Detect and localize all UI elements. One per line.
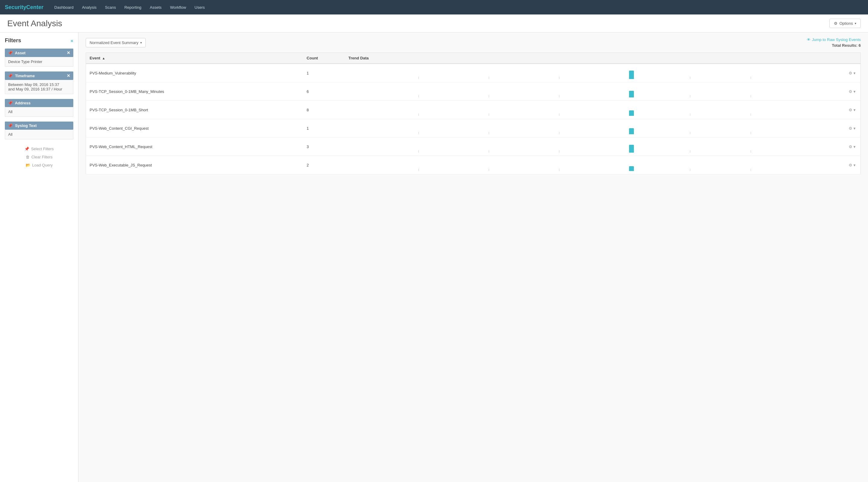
trend-tick [559,114,559,116]
event-name: PVS-Web_Content_HTML_Request [86,137,303,156]
trend-tick [559,95,559,97]
filter-address-value: All [5,107,73,117]
logo-center: Center [26,4,43,10]
event-count: 8 [303,101,345,119]
filter-asset-header: 📌 Asset ✕ [5,49,73,57]
trend-bar [629,166,634,171]
filter-syslog: 📌 Syslog Text All [5,122,73,139]
trend-chart [345,156,820,174]
event-count: 1 [303,64,345,82]
total-results: Total Results: 6 [807,43,861,47]
main-content: Normalized Event Summary ▾ 👁 Jump to Raw… [79,33,868,482]
trend-tick [690,150,690,153]
eye-icon: 👁 [807,37,811,42]
select-filters-link[interactable]: 📌 Select Filters [25,147,54,151]
trend-tick [690,114,690,116]
trend-tick [418,76,419,79]
trend-tick [751,150,751,153]
row-gear-icon[interactable]: ⚙ ▾ [847,70,857,76]
event-name: PVS-TCP_Session_0-1MB_Short [86,101,303,119]
event-count: 1 [303,119,345,137]
row-gear-icon[interactable]: ⚙ ▾ [847,88,857,95]
navigation: SecurityCenter Dashboard Analysis Scans … [0,0,868,14]
table-row: PVS-Web_Executable_JS_Request2⚙ ▾ [86,156,861,174]
event-count: 3 [303,137,345,156]
filter-asset-close[interactable]: ✕ [67,51,70,55]
toolbar-right: 👁 Jump to Raw Syslog Events Total Result… [807,37,861,47]
page-header: Event Analysis ⚙ Options ▾ [0,14,868,33]
event-count: 2 [303,156,345,174]
event-name: PVS-TCP_Session_0-1MB_Many_Minutes [86,82,303,101]
event-name: PVS-Web_Executable_JS_Request [86,156,303,174]
collapse-icon[interactable]: « [71,38,73,43]
trend-bar [629,128,634,134]
filter-address-header: 📌 Address [5,99,73,107]
filter-timeframe: 📌 Timeframe ✕ Between May 09, 2016 15:37… [5,71,73,94]
nav-dashboard[interactable]: Dashboard [51,3,77,11]
main-layout: Filters « 📌 Asset ✕ Device Type Printer … [0,33,868,482]
row-gear-icon[interactable]: ⚙ ▾ [847,162,857,169]
trend-tick [751,95,751,97]
nav-users[interactable]: Users [191,3,209,11]
pin-icon: 📌 [8,51,13,55]
content-toolbar: Normalized Event Summary ▾ 👁 Jump to Raw… [86,37,861,47]
table-header-row: Event ▲ Count Trend Data [86,53,861,64]
column-event[interactable]: Event ▲ [86,53,303,64]
event-name: PVS-Web_Content_CGI_Request [86,119,303,137]
trend-tick [418,95,419,97]
row-actions: ⚙ ▾ [820,156,861,174]
row-gear-icon[interactable]: ⚙ ▾ [847,143,857,150]
trend-tick [559,169,559,171]
row-actions: ⚙ ▾ [820,137,861,156]
row-actions: ⚙ ▾ [820,82,861,101]
trend-bar [629,91,634,97]
trend-chart [345,64,820,82]
trend-chart [345,119,820,137]
options-button[interactable]: ⚙ Options ▾ [829,19,861,28]
jump-to-raw-link[interactable]: 👁 Jump to Raw Syslog Events [807,37,861,42]
sidebar: Filters « 📌 Asset ✕ Device Type Printer … [0,33,79,482]
gear-icon: ⚙ [834,21,838,26]
trend-tick [690,76,690,79]
filter-asset-value: Device Type Printer [5,57,73,67]
nav-scans[interactable]: Scans [101,3,120,11]
filter-actions: 📌 Select Filters 🗑 Clear Filters 📂 Load … [5,147,73,167]
trash-icon: 🗑 [26,155,30,159]
pin-icon: 📌 [8,101,13,105]
chevron-down-icon: ▾ [140,41,142,44]
trend-bar [629,145,634,153]
folder-icon: 📂 [26,163,30,167]
trend-tick [418,114,419,116]
event-name: PVS-Medium_Vulnerability [86,64,303,82]
filter-timeframe-close[interactable]: ✕ [67,73,70,78]
filter-timeframe-value: Between May 09, 2016 15:37and May 09, 20… [5,80,73,94]
pin-icon: 📌 [8,74,13,78]
sidebar-title: Filters « [5,37,73,44]
trend-bar [629,71,634,79]
load-query-link[interactable]: 📂 Load Query [26,163,53,167]
row-actions: ⚙ ▾ [820,101,861,119]
row-gear-icon[interactable]: ⚙ ▾ [847,106,857,114]
filter-syslog-value: All [5,130,73,139]
column-trend: Trend Data [345,53,820,64]
nav-reporting[interactable]: Reporting [121,3,145,11]
trend-chart [345,82,820,101]
trend-tick [690,169,690,171]
trend-tick [418,132,419,134]
nav-assets[interactable]: Assets [146,3,165,11]
filter-address: 📌 Address All [5,99,73,117]
nav-menu: Dashboard Analysis Scans Reporting Asset… [51,3,209,11]
nav-analysis[interactable]: Analysis [79,3,100,11]
pin-icon: 📌 [8,123,13,128]
trend-chart [345,137,820,156]
row-gear-icon[interactable]: ⚙ ▾ [847,125,857,132]
trend-tick [559,76,559,79]
filter-syslog-header: 📌 Syslog Text [5,122,73,130]
filter-timeframe-header: 📌 Timeframe ✕ [5,71,73,80]
trend-tick [751,76,751,79]
table-row: PVS-Web_Content_CGI_Request1⚙ ▾ [86,119,861,137]
clear-filters-link[interactable]: 🗑 Clear Filters [26,155,53,159]
nav-workflow[interactable]: Workflow [166,3,190,11]
view-selector-button[interactable]: Normalized Event Summary ▾ [86,38,146,47]
event-count: 6 [303,82,345,101]
